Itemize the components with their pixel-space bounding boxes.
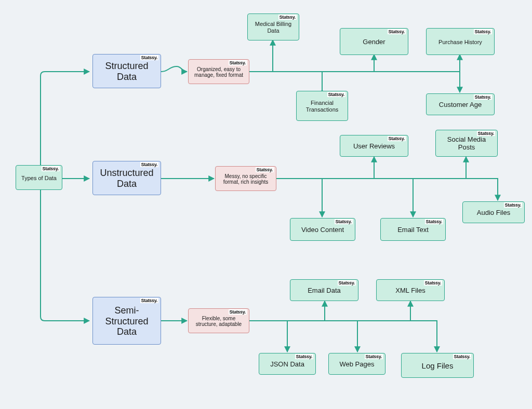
node-video-content: Statssy. Video Content (290, 218, 355, 241)
watermark: Statssy. (388, 29, 406, 34)
node-web-pages: Statssy. Web Pages (328, 353, 385, 375)
node-purchase-history: Statssy. Purchase History (426, 28, 495, 55)
diagram-canvas: Statssy. Types of Data Statssy. Structur… (0, 0, 532, 409)
node-desc-semi: Statssy. Flexible, some structure, adapt… (188, 308, 249, 333)
leaf-label: Purchase History (438, 39, 482, 46)
leaf-label: Medical Billing Data (253, 21, 294, 34)
node-desc-structured: Statssy. Organized, easy to manage, fixe… (188, 59, 249, 84)
watermark: Statssy. (42, 166, 60, 171)
watermark: Statssy. (278, 15, 297, 20)
node-social-media: Statssy. Social Media Posts (435, 130, 498, 157)
watermark: Statssy. (388, 136, 406, 141)
leaf-label: Email Data (308, 287, 341, 295)
node-structured: Statssy. Structured Data (92, 54, 161, 88)
desc-structured: Organized, easy to manage, fixed format (194, 66, 244, 78)
leaf-label: XML Files (395, 287, 425, 295)
leaf-label: Email Text (397, 226, 429, 234)
leaf-label: Audio Files (477, 209, 510, 217)
node-json-data: Statssy. JSON Data (259, 353, 316, 375)
leaf-label: Gender (363, 38, 385, 46)
node-email-text: Statssy. Email Text (380, 218, 446, 241)
leaf-label: Web Pages (340, 361, 375, 369)
node-financial-tx: Statssy. Financial Transactions (296, 91, 348, 121)
watermark: Statssy. (504, 202, 522, 208)
watermark: Statssy. (425, 219, 443, 224)
node-unstructured: Statssy. Unstructured Data (92, 161, 161, 195)
watermark: Statssy. (256, 167, 274, 172)
unstructured-label: Unstructured Data (98, 168, 155, 189)
watermark: Statssy. (327, 92, 345, 97)
watermark: Statssy. (140, 55, 158, 60)
leaf-label: Financial Transactions (302, 100, 342, 113)
node-desc-unstructured: Statssy. Messy, no specific format, rich… (215, 166, 276, 191)
watermark: Statssy. (229, 309, 247, 315)
watermark: Statssy. (365, 354, 383, 359)
leaf-label: Social Media Posts (441, 136, 492, 152)
node-semi-structured: Statssy. Semi-Structured Data (92, 297, 161, 345)
edges-layer (0, 0, 532, 409)
node-root: Statssy. Types of Data (16, 165, 62, 190)
node-email-data: Statssy. Email Data (290, 279, 358, 301)
watermark: Statssy. (335, 219, 353, 224)
leaf-label: JSON Data (270, 361, 304, 369)
watermark: Statssy. (474, 29, 492, 34)
node-log-files: Statssy. Log Files (401, 353, 474, 378)
node-user-reviews: Statssy. User Reviews (340, 135, 408, 157)
leaf-label: Video Content (301, 226, 344, 234)
semi-structured-label: Semi-Structured Data (98, 305, 155, 337)
watermark: Statssy. (453, 354, 471, 359)
leaf-label: Customer Age (439, 101, 482, 109)
leaf-label: Log Files (422, 361, 454, 370)
watermark: Statssy. (477, 131, 495, 136)
leaf-label: User Reviews (353, 143, 395, 151)
root-label: Types of Data (21, 175, 57, 182)
node-gender: Statssy. Gender (340, 28, 408, 55)
watermark: Statssy. (140, 298, 158, 303)
watermark: Statssy. (229, 60, 247, 65)
desc-semi: Flexible, some structure, adaptable (194, 316, 244, 328)
node-medical-billing: Statssy. Medical Billing Data (247, 13, 299, 40)
watermark: Statssy. (474, 94, 492, 100)
structured-label: Structured Data (98, 61, 155, 82)
node-xml-files: Statssy. XML Files (376, 279, 445, 301)
node-audio-files: Statssy. Audio Files (462, 201, 525, 223)
watermark: Statssy. (338, 280, 356, 285)
watermark: Statssy. (295, 354, 313, 359)
watermark: Statssy. (140, 162, 158, 167)
desc-unstructured: Messy, no specific format, rich insights (221, 173, 271, 185)
node-customer-age: Statssy. Customer Age (426, 93, 495, 115)
watermark: Statssy. (424, 280, 442, 285)
